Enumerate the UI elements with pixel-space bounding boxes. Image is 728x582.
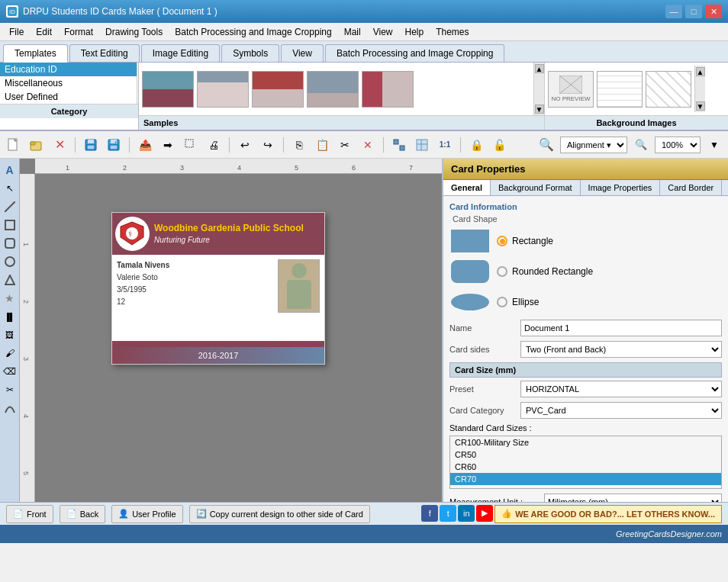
- samples-scroll-down[interactable]: ▼: [535, 105, 544, 114]
- tool-arc[interactable]: [2, 400, 18, 416]
- youtube-icon[interactable]: ▶: [476, 505, 493, 522]
- samples-scroll-up[interactable]: ▲: [535, 64, 544, 73]
- tb-zoom-out[interactable]: 🔍: [536, 135, 557, 155]
- tb-zoom-out2[interactable]: 🔍: [630, 135, 652, 155]
- tb-export[interactable]: 📤: [134, 135, 156, 155]
- tb-arrow[interactable]: ➡: [157, 135, 179, 155]
- tool-image[interactable]: 🖼: [2, 326, 18, 343]
- category-user-defined[interactable]: User Defined: [0, 90, 137, 104]
- radio-rounded[interactable]: Rounded Rectangle: [497, 266, 593, 277]
- front-button[interactable]: 📄 Front: [6, 505, 53, 523]
- bg-thumb-grid-2[interactable]: [646, 71, 691, 108]
- linkedin-icon[interactable]: in: [458, 505, 475, 522]
- size-cr50[interactable]: CR50: [450, 449, 721, 461]
- bg-thumb-grid-1[interactable]: [597, 71, 643, 108]
- tool-rect[interactable]: [2, 217, 18, 233]
- tb-snap[interactable]: [388, 135, 410, 155]
- tb-save-as[interactable]: +: [103, 135, 124, 155]
- tb-redo[interactable]: ↪: [257, 135, 279, 155]
- tool-barcode[interactable]: ▐▌: [2, 308, 18, 325]
- radio-ellipse-circle[interactable]: [497, 297, 507, 307]
- maximize-button[interactable]: □: [685, 5, 702, 18]
- sample-thumb-1[interactable]: [142, 71, 194, 108]
- menu-mail[interactable]: Mail: [338, 25, 367, 39]
- tb-print[interactable]: 🖨: [203, 135, 224, 155]
- panel-tab-image-props[interactable]: Image Properties: [581, 180, 661, 195]
- tool-rounded-rect[interactable]: [2, 235, 18, 252]
- tool-eraser[interactable]: ⌫: [2, 363, 18, 380]
- tb-undo[interactable]: ↩: [234, 135, 256, 155]
- tab-batch[interactable]: Batch Processing and Image Cropping: [325, 44, 504, 62]
- tb-1-1[interactable]: 1:1: [434, 135, 456, 155]
- tb-close[interactable]: ✕: [49, 135, 70, 155]
- menu-view[interactable]: View: [367, 25, 399, 39]
- tb-paste[interactable]: 📋: [311, 135, 333, 155]
- menu-batch[interactable]: Batch Processing and Image Cropping: [169, 25, 337, 39]
- menu-file[interactable]: File: [3, 25, 30, 39]
- tab-templates[interactable]: Templates: [3, 44, 68, 63]
- tab-image-editing[interactable]: Image Editing: [141, 44, 220, 62]
- menu-help[interactable]: Help: [398, 25, 430, 39]
- menu-format[interactable]: Format: [58, 25, 99, 39]
- tb-zoom-arrow[interactable]: ▼: [704, 135, 725, 155]
- tool-triangle[interactable]: [2, 272, 18, 288]
- alignment-dropdown[interactable]: Alignment ▾: [560, 137, 627, 153]
- size-cr100[interactable]: CR100-Military Size: [450, 436, 721, 449]
- name-input[interactable]: [520, 320, 722, 336]
- tb-select[interactable]: [180, 135, 201, 155]
- category-education-id[interactable]: Education ID: [0, 63, 137, 76]
- twitter-icon[interactable]: t: [440, 505, 456, 522]
- menu-drawing-tools[interactable]: Drawing Tools: [99, 25, 169, 39]
- tb-delete[interactable]: ✕: [357, 135, 378, 155]
- tab-symbols[interactable]: Symbols: [221, 44, 279, 62]
- radio-rect-circle[interactable]: [497, 236, 507, 246]
- preset-select[interactable]: HORIZONTAL: [520, 381, 722, 397]
- tb-lock[interactable]: 🔒: [465, 135, 487, 155]
- size-cr60[interactable]: CR60: [450, 461, 721, 473]
- tool-paint[interactable]: 🖌: [2, 345, 18, 362]
- sample-thumb-2[interactable]: [197, 71, 249, 108]
- tab-view[interactable]: View: [281, 44, 324, 62]
- tb-new[interactable]: [3, 135, 24, 155]
- tb-cut[interactable]: ✂: [334, 135, 356, 155]
- menu-edit[interactable]: Edit: [30, 25, 58, 39]
- tab-text-editing[interactable]: Text Editing: [69, 44, 140, 62]
- bg-scroll-up[interactable]: ▲: [696, 67, 705, 76]
- bg-scroll-down[interactable]: ▼: [696, 101, 705, 111]
- card-sides-select[interactable]: Two (Front and Back): [520, 341, 722, 358]
- menu-themes[interactable]: Themes: [430, 25, 475, 39]
- tool-cursor[interactable]: ↖: [2, 180, 18, 197]
- id-card[interactable]: ⚕ Woodbine Gardenia Public School Nurtur…: [111, 212, 325, 365]
- radio-rounded-circle[interactable]: [497, 266, 507, 277]
- measurement-select[interactable]: Milimeters (mm): [544, 494, 722, 502]
- tb-open[interactable]: [26, 135, 47, 155]
- bg-thumb-no-preview[interactable]: NO PREVIEW: [548, 71, 594, 108]
- panel-tab-general[interactable]: General: [443, 180, 491, 195]
- tool-crop[interactable]: ✂: [2, 381, 18, 398]
- tool-line[interactable]: [2, 198, 18, 215]
- tb-copy[interactable]: ⎘: [288, 135, 310, 155]
- tool-circle[interactable]: [2, 253, 18, 270]
- tb-grid[interactable]: [411, 135, 433, 155]
- radio-ellipse[interactable]: Ellipse: [497, 297, 539, 307]
- sample-thumb-5[interactable]: [362, 71, 414, 108]
- radio-rectangle[interactable]: Rectangle: [497, 236, 553, 246]
- back-button[interactable]: 📄 Back: [60, 505, 105, 523]
- category-miscellaneous[interactable]: Miscellaneous: [0, 76, 137, 90]
- tb-unlock[interactable]: 🔓: [488, 135, 510, 155]
- close-button[interactable]: ✕: [705, 5, 722, 18]
- size-cr70[interactable]: CR70: [450, 473, 721, 485]
- card-category-select[interactable]: PVC_Card: [520, 402, 722, 419]
- sample-thumb-3[interactable]: [252, 71, 304, 108]
- user-profile-button[interactable]: 👤 User Profile: [111, 505, 182, 523]
- sample-thumb-4[interactable]: [307, 71, 359, 108]
- minimize-button[interactable]: —: [665, 5, 682, 18]
- panel-tab-bg-format[interactable]: Background Format: [491, 180, 581, 195]
- tool-star[interactable]: ★: [2, 290, 18, 307]
- tb-save[interactable]: [80, 135, 101, 155]
- panel-tab-card-border[interactable]: Card Border: [660, 180, 722, 195]
- facebook-icon[interactable]: f: [421, 505, 438, 522]
- zoom-dropdown[interactable]: 100%: [655, 137, 701, 153]
- tool-text[interactable]: A: [2, 162, 18, 178]
- copy-design-button[interactable]: 🔄 Copy current design to other side of C…: [189, 505, 370, 523]
